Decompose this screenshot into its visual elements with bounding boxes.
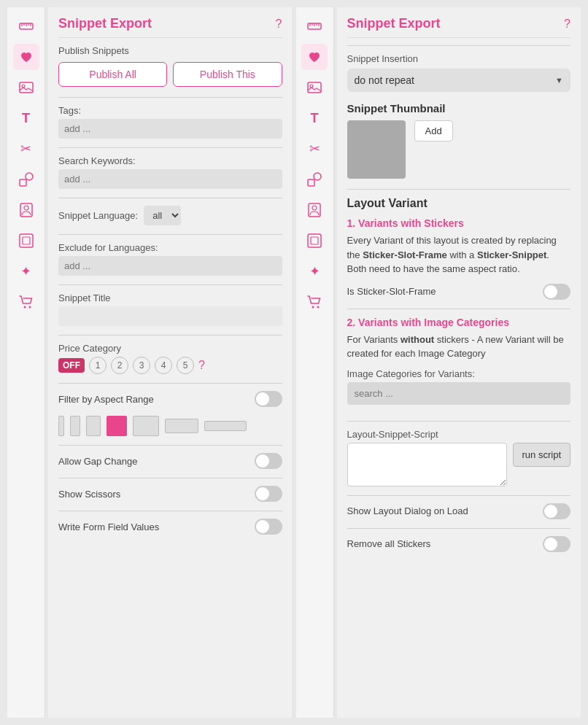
show-scissors-toggle[interactable] [255,486,282,502]
snippet-insertion-select[interactable]: do not repeat repeat [347,69,571,92]
aspect-icon-7[interactable] [204,421,247,431]
price-circle-1[interactable]: 1 [89,357,107,374]
right-sidebar-icon-wand[interactable]: ✦ [301,258,328,284]
svg-rect-24 [308,179,314,186]
allow-gap-toggle[interactable] [255,453,282,469]
thumbnail-image [347,120,406,179]
script-row: run script [347,443,571,486]
write-form-label: Write Form Field Values [58,522,159,532]
aspect-icon-5[interactable] [133,416,159,436]
aspect-icon-4[interactable] [107,416,127,436]
search-keywords-label: Search Keywords: [58,155,282,166]
sidebar-icon-frame[interactable] [13,228,39,254]
right-sidebar-icon-cart[interactable] [301,289,328,315]
right-sidebar-icon-shapes[interactable] [301,166,328,193]
exclude-languages-group: Exclude for Languages: [58,242,282,276]
sidebar-icon-portrait[interactable] [13,197,39,223]
allow-gap-row: Allow Gap Change [58,453,282,469]
sidebar-icon-cart[interactable] [13,289,39,315]
svg-point-27 [312,206,317,210]
remove-all-stickers-row: Remove all Stickers [347,536,571,552]
right-panel-help[interactable]: ? [564,18,570,31]
aspect-icon-1[interactable] [58,416,64,436]
is-sticker-slot-label: Is Sticker-Slot-Frame [347,286,436,297]
svg-rect-12 [20,234,33,247]
sidebar-icon-shapes[interactable] [13,166,39,193]
right-sidebar-icon-image[interactable] [301,74,328,101]
svg-point-11 [24,206,28,210]
price-circle-2[interactable]: 2 [111,357,128,374]
exclude-languages-input[interactable] [58,256,282,276]
right-sidebar-icon-ruler[interactable] [301,13,328,39]
show-layout-dialog-row: Show Layout Dialog on Load [347,503,571,519]
snippet-language-group: Snippet Language: all en de fr [58,206,282,225]
sidebar-icon-scissors[interactable]: ✂ [13,136,39,162]
price-circle-4[interactable]: 4 [155,357,172,374]
price-off-badge[interactable]: OFF [58,358,85,373]
publish-this-button[interactable]: Publish This [173,62,282,87]
write-form-row: Write Form Field Values [58,519,282,535]
filter-aspect-row: Filter by Aspect Range [58,391,282,407]
aspect-icon-2[interactable] [70,416,80,436]
is-sticker-slot-toggle[interactable] [543,284,570,300]
publish-buttons-row: Publish All Publish This [58,62,282,87]
write-form-toggle[interactable] [255,519,282,535]
publish-snippets-label: Publish Snippets [58,45,282,56]
show-layout-dialog-toggle[interactable] [543,503,570,519]
snippet-title-label: Snippet Title [58,292,282,303]
price-category-group: Price Category OFF 1 2 3 4 5 ? [58,343,282,374]
sidebar-icon-heart[interactable] [13,44,39,70]
aspect-icon-6[interactable] [165,419,198,433]
sidebar-icon-image[interactable] [13,74,39,101]
sidebar-icon-text[interactable]: T [13,105,39,131]
publish-all-button[interactable]: Publish All [58,62,167,87]
left-panel-header: Snippet Export ? [58,16,282,38]
right-sidebar-icon-portrait[interactable] [301,197,328,223]
search-keywords-input[interactable] [58,169,282,189]
variants-stickers-desc: Every Variant of this layout is created … [347,233,571,276]
left-panel-help[interactable]: ? [276,18,282,31]
remove-all-stickers-toggle[interactable] [543,536,570,552]
allow-gap-label: Allow Gap Change [58,456,137,467]
run-script-button[interactable]: run script [513,443,570,467]
sidebar-icon-ruler[interactable] [13,13,39,39]
without-bold: without [401,334,434,345]
right-sidebar-icon-text[interactable]: T [301,105,328,131]
right-sidebar-icon-frame[interactable] [301,228,328,254]
script-textarea[interactable] [347,443,507,486]
sticker-snippet-bold: Sticker-Snippet [477,249,546,260]
sidebar-icon-wand[interactable]: ✦ [13,258,39,284]
aspect-icons-row [58,416,282,436]
show-scissors-row: Show Scissors [58,486,282,502]
snippet-insertion-wrapper: do not repeat repeat [347,69,571,92]
right-panel: Snippet Export ? Snippet Insertion do no… [337,7,581,718]
price-circle-3[interactable]: 3 [133,357,150,374]
right-sidebar-icon-scissors[interactable]: ✂ [301,136,328,162]
right-sidebar-icon-heart[interactable] [301,44,328,70]
layout-variant-title: Layout Variant [347,197,571,210]
svg-rect-13 [23,237,30,244]
svg-point-30 [312,306,314,309]
price-circle-5[interactable]: 5 [177,357,194,374]
price-category-label: Price Category [58,343,282,354]
snippet-insertion-label: Snippet Insertion [347,53,571,64]
show-scissors-label: Show Scissors [58,489,120,500]
image-categories-search[interactable] [347,382,571,405]
layout-snippet-script-label: Layout-Snippet-Script [347,429,571,440]
svg-rect-8 [20,179,26,186]
add-thumbnail-button[interactable]: Add [414,120,453,141]
variants-image-subtitle: 2. Variants with Image Categories [347,317,571,328]
snippet-title-group: Snippet Title [58,292,282,326]
price-help-icon[interactable]: ? [198,359,205,372]
snippet-thumbnail-label: Snippet Thumbnail [347,102,571,115]
tags-label: Tags: [58,105,282,116]
aspect-icon-3[interactable] [86,416,101,436]
left-panel-title: Snippet Export [58,16,152,31]
thumbnail-row: Add [347,120,571,179]
filter-aspect-toggle[interactable] [255,391,282,407]
tags-input[interactable] [58,119,282,139]
right-panel-title: Snippet Export [347,16,441,31]
snippet-language-select[interactable]: all en de fr [144,206,181,225]
snippet-title-input[interactable] [58,306,282,326]
remove-all-stickers-label: Remove all Stickers [347,538,431,549]
